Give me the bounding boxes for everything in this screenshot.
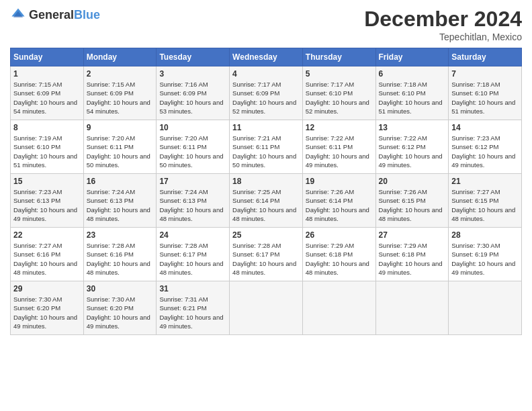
daylight-label: Daylight: 10 hours and 49 minutes.	[13, 314, 77, 330]
sunrise-label: Sunrise: 7:30 AM	[13, 295, 62, 303]
calendar-cell: 13Sunrise: 7:22 AMSunset: 6:12 PMDayligh…	[375, 120, 449, 174]
sunset-label: Sunset: 6:16 PM	[87, 250, 134, 258]
calendar-week-row: 15Sunrise: 7:23 AMSunset: 6:13 PMDayligh…	[11, 174, 522, 228]
sunset-label: Sunset: 6:09 PM	[232, 89, 279, 97]
calendar-week-row: 22Sunrise: 7:27 AMSunset: 6:16 PMDayligh…	[11, 228, 522, 281]
calendar-cell	[302, 281, 375, 335]
day-number: 23	[87, 230, 154, 240]
daylight-label: Daylight: 10 hours and 50 minutes.	[87, 152, 150, 169]
daylight-label: Daylight: 10 hours and 51 minutes.	[13, 152, 77, 169]
calendar-cell: 8Sunrise: 7:19 AMSunset: 6:10 PMDaylight…	[11, 120, 84, 174]
sunset-label: Sunset: 6:09 PM	[159, 89, 206, 97]
calendar-cell	[375, 281, 449, 335]
sunset-label: Sunset: 6:11 PM	[159, 143, 206, 150]
calendar-cell: 11Sunrise: 7:21 AMSunset: 6:11 PMDayligh…	[230, 120, 303, 174]
day-info: Sunrise: 7:24 AMSunset: 6:13 PMDaylight:…	[87, 187, 154, 223]
day-info: Sunrise: 7:28 AMSunset: 6:17 PMDaylight:…	[232, 241, 300, 277]
day-number: 20	[379, 177, 446, 186]
daylight-label: Daylight: 10 hours and 49 minutes.	[379, 152, 443, 169]
sunset-label: Sunset: 6:11 PM	[87, 143, 134, 150]
day-number: 14	[451, 123, 519, 132]
logo-general: General	[29, 8, 74, 21]
sunrise-label: Sunrise: 7:19 AM	[13, 134, 62, 142]
daylight-label: Daylight: 10 hours and 48 minutes.	[306, 206, 369, 222]
day-number: 12	[306, 123, 373, 132]
logo-blue: Blue	[74, 8, 100, 21]
sunset-label: Sunset: 6:10 PM	[451, 89, 498, 97]
day-info: Sunrise: 7:24 AMSunset: 6:13 PMDaylight:…	[159, 187, 226, 223]
sunrise-label: Sunrise: 7:30 AM	[451, 242, 500, 249]
day-info: Sunrise: 7:30 AMSunset: 6:20 PMDaylight:…	[13, 295, 81, 330]
sunrise-label: Sunrise: 7:15 AM	[87, 81, 135, 88]
daylight-label: Daylight: 10 hours and 49 minutes.	[451, 152, 515, 169]
sunrise-label: Sunrise: 7:28 AM	[159, 242, 208, 249]
day-number: 3	[159, 69, 226, 79]
daylight-label: Daylight: 10 hours and 49 minutes.	[159, 314, 223, 330]
calendar-cell: 2Sunrise: 7:15 AMSunset: 6:09 PMDaylight…	[83, 66, 157, 120]
sunset-label: Sunset: 6:15 PM	[379, 197, 426, 204]
daylight-label: Daylight: 10 hours and 51 minutes.	[379, 99, 443, 115]
day-number: 1	[13, 69, 81, 79]
calendar-cell: 28Sunrise: 7:30 AMSunset: 6:19 PMDayligh…	[449, 228, 522, 281]
calendar-header-row: Sunday Monday Tuesday Wednesday Thursday…	[11, 48, 522, 66]
calendar-cell: 1Sunrise: 7:15 AMSunset: 6:09 PMDaylight…	[11, 66, 84, 120]
daylight-label: Daylight: 10 hours and 49 minutes.	[87, 314, 150, 330]
day-number: 18	[232, 177, 300, 186]
col-wednesday: Wednesday	[230, 48, 303, 66]
sunrise-label: Sunrise: 7:30 AM	[87, 295, 135, 303]
sunrise-label: Sunrise: 7:29 AM	[379, 242, 427, 249]
sunset-label: Sunset: 6:16 PM	[13, 250, 60, 258]
daylight-label: Daylight: 10 hours and 53 minutes.	[159, 99, 223, 115]
daylight-label: Daylight: 10 hours and 49 minutes.	[13, 206, 77, 222]
day-number: 19	[306, 177, 373, 186]
sunset-label: Sunset: 6:11 PM	[232, 143, 279, 150]
daylight-label: Daylight: 10 hours and 50 minutes.	[232, 152, 296, 169]
calendar-cell: 24Sunrise: 7:28 AMSunset: 6:17 PMDayligh…	[157, 228, 230, 281]
calendar-cell: 30Sunrise: 7:30 AMSunset: 6:20 PMDayligh…	[83, 281, 157, 335]
day-info: Sunrise: 7:19 AMSunset: 6:10 PMDaylight:…	[13, 134, 81, 169]
sunrise-label: Sunrise: 7:24 AM	[87, 188, 135, 195]
logo-icon	[10, 7, 26, 23]
daylight-label: Daylight: 10 hours and 49 minutes.	[306, 152, 369, 169]
day-number: 6	[379, 69, 446, 79]
calendar-cell: 9Sunrise: 7:20 AMSunset: 6:11 PMDaylight…	[83, 120, 157, 174]
sunset-label: Sunset: 6:17 PM	[159, 250, 206, 258]
sunrise-label: Sunrise: 7:28 AM	[232, 242, 281, 249]
sunset-label: Sunset: 6:15 PM	[451, 197, 498, 204]
calendar-cell: 6Sunrise: 7:18 AMSunset: 6:10 PMDaylight…	[375, 66, 449, 120]
day-info: Sunrise: 7:22 AMSunset: 6:11 PMDaylight:…	[306, 134, 373, 169]
sunset-label: Sunset: 6:18 PM	[379, 250, 426, 258]
day-number: 11	[232, 123, 300, 132]
daylight-label: Daylight: 10 hours and 48 minutes.	[232, 260, 296, 276]
calendar-cell: 20Sunrise: 7:26 AMSunset: 6:15 PMDayligh…	[375, 174, 449, 228]
sunset-label: Sunset: 6:13 PM	[159, 197, 206, 204]
calendar-cell: 15Sunrise: 7:23 AMSunset: 6:13 PMDayligh…	[11, 174, 84, 228]
calendar-cell: 7Sunrise: 7:18 AMSunset: 6:10 PMDaylight…	[449, 66, 522, 120]
day-info: Sunrise: 7:30 AMSunset: 6:19 PMDaylight:…	[451, 241, 519, 277]
col-tuesday: Tuesday	[157, 48, 230, 66]
sunrise-label: Sunrise: 7:17 AM	[306, 81, 354, 88]
sunrise-label: Sunrise: 7:23 AM	[13, 188, 62, 195]
col-sunday: Sunday	[11, 48, 84, 66]
day-number: 30	[87, 284, 154, 293]
daylight-label: Daylight: 10 hours and 48 minutes.	[87, 260, 150, 276]
sunset-label: Sunset: 6:17 PM	[232, 250, 279, 258]
sunset-label: Sunset: 6:19 PM	[451, 250, 498, 258]
day-number: 16	[87, 177, 154, 186]
calendar-cell: 14Sunrise: 7:23 AMSunset: 6:12 PMDayligh…	[449, 120, 522, 174]
daylight-label: Daylight: 10 hours and 48 minutes.	[232, 206, 296, 222]
sunrise-label: Sunrise: 7:29 AM	[306, 242, 354, 249]
calendar-cell: 22Sunrise: 7:27 AMSunset: 6:16 PMDayligh…	[11, 228, 84, 281]
day-number: 8	[13, 123, 81, 132]
day-number: 15	[13, 177, 81, 186]
title-block: December 2024 Tepechitlan, Mexico	[364, 7, 522, 42]
daylight-label: Daylight: 10 hours and 48 minutes.	[87, 206, 150, 222]
day-info: Sunrise: 7:17 AMSunset: 6:09 PMDaylight:…	[232, 80, 300, 116]
calendar-week-row: 1Sunrise: 7:15 AMSunset: 6:09 PMDaylight…	[11, 66, 522, 120]
daylight-label: Daylight: 10 hours and 48 minutes.	[379, 206, 443, 222]
day-info: Sunrise: 7:20 AMSunset: 6:11 PMDaylight:…	[159, 134, 226, 169]
calendar-cell	[449, 281, 522, 335]
day-number: 25	[232, 230, 300, 240]
daylight-label: Daylight: 10 hours and 52 minutes.	[232, 99, 296, 115]
day-info: Sunrise: 7:20 AMSunset: 6:11 PMDaylight:…	[87, 134, 154, 169]
